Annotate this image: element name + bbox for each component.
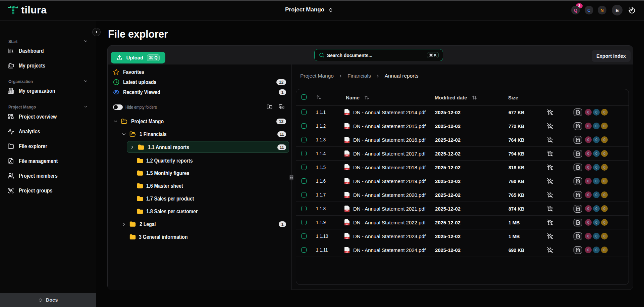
svg-text:pdf: pdf — [346, 237, 348, 239]
svg-text:pdf: pdf — [346, 182, 348, 184]
svg-text:pdf: pdf — [346, 224, 348, 225]
svg-text:pdf: pdf — [346, 210, 348, 212]
svg-text:pdf: pdf — [346, 251, 348, 253]
svg-text:pdf: pdf — [346, 127, 348, 129]
svg-text:pdf: pdf — [346, 169, 348, 170]
svg-text:pdf: pdf — [346, 196, 348, 198]
svg-text:pdf: pdf — [346, 141, 348, 143]
svg-text:pdf: pdf — [346, 114, 348, 115]
svg-text:pdf: pdf — [346, 155, 348, 157]
